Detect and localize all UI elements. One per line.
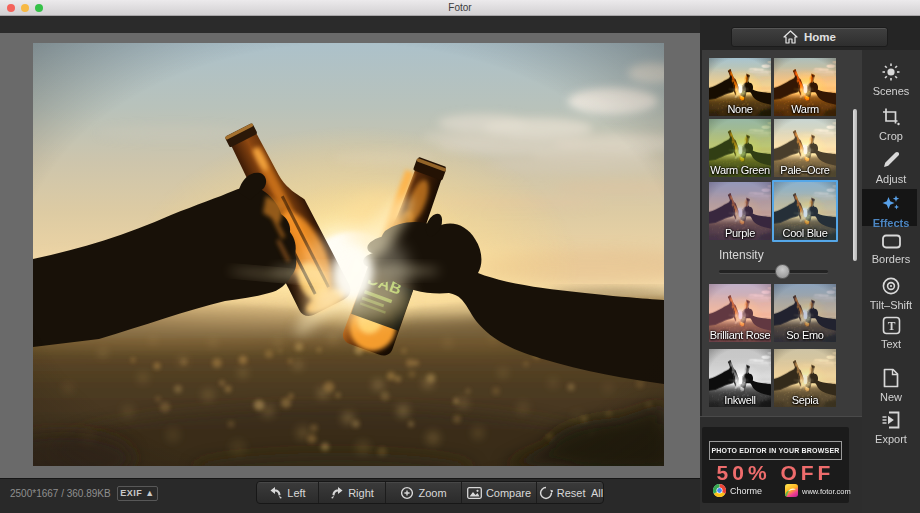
- svg-text:T: T: [887, 320, 895, 332]
